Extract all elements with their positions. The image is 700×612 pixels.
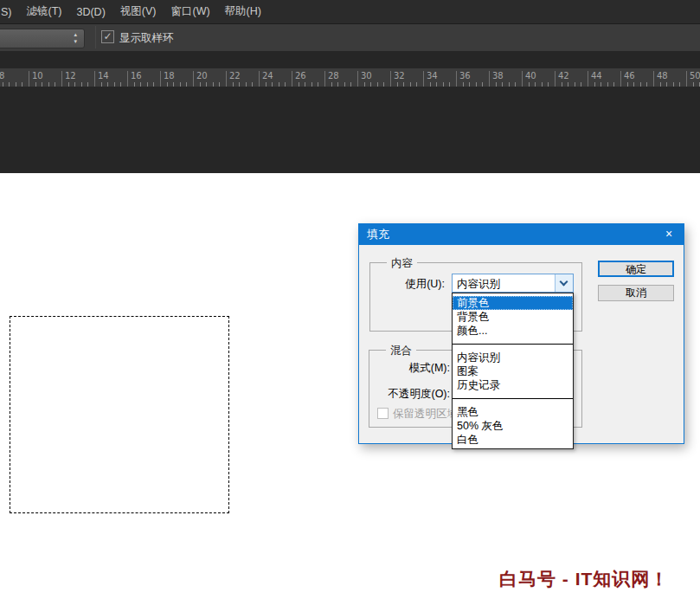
blend-group-label: 混合 [386,344,416,358]
tool-options-bar: ▴▾ ✓ 显示取样环 [0,24,700,51]
options-separator [95,26,96,48]
ruler-major-tick [29,71,29,87]
ruler-major-tick [193,71,194,87]
use-dropdown-list: 前景色背景色颜色...内容识别图案历史记录黑色50% 灰色白色 [452,293,574,449]
ruler-major-tick [61,71,62,87]
sample-size-dropdown[interactable]: ▴▾ [0,29,85,48]
preserve-transparency-label: 保留透明区域 [393,407,458,422]
use-combobox[interactable]: 内容识别 [452,274,574,293]
ruler-number: 18 [164,71,175,81]
ruler-number: 24 [262,71,273,81]
menu-item-5[interactable]: 帮助(H) [225,4,261,19]
ruler-number: 20 [196,71,208,81]
dropdown-option[interactable]: 白色 [453,433,573,447]
menu-item-4[interactable]: 窗口(W) [170,4,209,19]
ruler-major-tick [292,71,292,87]
menu-item-2[interactable]: 3D(D) [76,6,105,18]
chevron-down-icon [560,278,568,287]
ruler-major-tick [94,71,95,87]
ruler-number: 14 [98,71,109,81]
ruler-number: 10 [32,71,43,81]
menu-item-3[interactable]: 视图(V) [120,4,157,19]
ruler-major-tick [489,71,490,87]
dropdown-option[interactable]: 前景色 [453,296,573,310]
spinner-arrows-icon: ▴▾ [74,31,77,45]
opacity-label: 不透明度(O): [369,387,450,402]
ruler-major-tick [686,71,687,87]
watermark-text: 白马号 - IT知识网！ [499,567,669,591]
fill-dialog: 填充 × 内容 使用(U): 内容识别 混合 模式(M): 不透明度(O): 保… [358,223,684,444]
ruler-major-tick [226,71,227,87]
ruler-major-tick [160,71,161,87]
dialog-titlebar[interactable]: 填充 × [359,224,684,245]
content-group-label: 内容 [387,256,417,271]
ruler-major-tick [456,71,457,87]
selection-marquee[interactable] [10,316,229,513]
combobox-dropdown-button[interactable] [555,274,573,292]
dropdown-option[interactable]: 历史记录 [453,378,573,392]
canvas-gutter [0,51,700,68]
ruler-number: 12 [65,71,76,81]
show-sampling-ring-checkbox[interactable]: ✓ [101,30,114,43]
show-sampling-ring-label[interactable]: 显示取样环 [119,31,174,46]
ruler-major-tick [259,71,260,87]
dialog-title: 填充 [367,228,389,241]
photoshop-window: S)滤镜(T)3D(D)视图(V)窗口(W)帮助(H) ▴▾ ✓ 显示取样环 8… [0,0,700,612]
use-combobox-value: 内容识别 [457,277,500,292]
dropdown-option[interactable]: 黑色 [453,405,573,419]
ruler-number: 36 [459,71,471,81]
ruler-major-tick [324,71,325,87]
dropdown-option[interactable]: 图案 [453,364,573,378]
cancel-button[interactable]: 取消 [598,285,674,301]
ruler-major-tick [357,71,358,87]
close-icon[interactable]: × [654,224,684,245]
ruler-major-tick [620,71,621,87]
dropdown-option[interactable]: 内容识别 [453,351,573,364]
ruler-number: 8 [0,71,4,81]
canvas-pasteboard [0,87,700,173]
ruler-number: 26 [295,71,306,81]
ruler-major-tick [423,71,424,87]
ruler-number: 38 [492,71,504,81]
menu-item-0[interactable]: S) [1,6,12,18]
ruler-number: 16 [131,71,142,81]
dropdown-option[interactable]: 颜色... [453,324,573,338]
ruler-major-tick [555,71,556,87]
ruler-major-tick [522,71,523,87]
ruler-number: 40 [525,71,536,81]
ruler-number: 44 [591,71,602,81]
horizontal-ruler[interactable]: 8101214161820222426283032343638404244464… [0,68,700,87]
use-label: 使用(U): [369,277,445,292]
ruler-number: 48 [657,71,668,81]
check-icon: ✓ [103,30,112,42]
ok-button[interactable]: 确定 [598,261,674,277]
ruler-number: 50 [690,71,700,81]
ruler-number: 28 [328,71,339,81]
ruler-major-tick [127,71,128,87]
menu-bar: S)滤镜(T)3D(D)视图(V)窗口(W)帮助(H) [0,0,700,24]
dropdown-separator [453,344,573,345]
preserve-transparency-checkbox[interactable] [377,408,389,419]
ruler-major-tick [588,71,588,87]
dropdown-separator [453,398,573,399]
ruler-number: 32 [394,71,405,81]
dropdown-option[interactable]: 背景色 [453,310,573,324]
dropdown-option[interactable]: 50% 灰色 [453,419,573,433]
mode-label: 模式(M): [369,361,450,376]
ruler-number: 22 [229,71,241,81]
menu-item-1[interactable]: 滤镜(T) [27,4,62,19]
ruler-number: 30 [361,71,372,81]
ruler-number: 34 [427,71,438,81]
ruler-number: 42 [558,71,569,81]
ruler-major-tick [653,71,654,87]
ruler-major-tick [390,71,391,87]
ruler-number: 46 [624,71,635,81]
